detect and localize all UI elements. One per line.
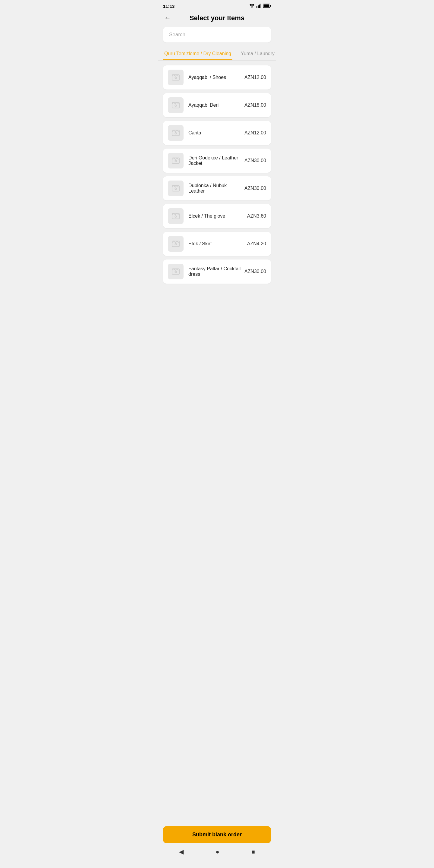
- svg-rect-3: [259, 4, 260, 8]
- svg-point-19: [175, 216, 176, 217]
- signal-icon: [256, 4, 261, 9]
- search-input[interactable]: [163, 27, 271, 42]
- item-thumbnail-4: [168, 181, 184, 196]
- list-item[interactable]: Etek / Skirt AZN4.20: [163, 232, 271, 256]
- nav-recents-button[interactable]: ■: [245, 846, 261, 857]
- status-time: 11:13: [163, 4, 175, 9]
- item-thumbnail-3: [168, 153, 184, 168]
- item-name-2: Canta: [188, 130, 242, 135]
- svg-point-13: [175, 133, 176, 134]
- tab-dry-cleaning[interactable]: Quru Temizleme / Dry Cleaning: [163, 47, 232, 60]
- list-item[interactable]: Fantasy Paltar / Cocktail dress AZN30.00: [163, 259, 271, 284]
- back-button[interactable]: ←: [163, 13, 172, 23]
- item-thumbnail-1: [168, 97, 184, 113]
- list-item[interactable]: Dublonka / Nubuk Leather AZN30.00: [163, 176, 271, 200]
- item-name-1: Ayaqqabi Deri: [188, 102, 242, 108]
- item-price-2: AZN12.00: [244, 130, 266, 135]
- svg-point-11: [175, 105, 176, 106]
- item-name-5: Elcek / The glove: [188, 213, 245, 219]
- submit-blank-order-button[interactable]: Submit blank order: [163, 826, 271, 843]
- item-name-6: Etek / Skirt: [188, 241, 245, 247]
- status-bar: 11:13: [158, 0, 276, 11]
- list-item[interactable]: Deri Godekce / Leather Jacket AZN30.00: [163, 149, 271, 173]
- back-arrow-icon: ←: [164, 14, 171, 22]
- item-price-5: AZN3.60: [247, 213, 266, 219]
- svg-rect-1: [256, 6, 257, 8]
- item-name-4: Dublonka / Nubuk Leather: [188, 183, 242, 194]
- item-thumbnail-6: [168, 236, 184, 252]
- item-name-3: Deri Godekce / Leather Jacket: [188, 155, 242, 166]
- svg-point-23: [175, 271, 176, 273]
- list-item[interactable]: Ayaqqabi / Shoes AZN12.00: [163, 65, 271, 90]
- list-item[interactable]: Elcek / The glove AZN3.60: [163, 204, 271, 228]
- svg-point-9: [175, 77, 176, 79]
- svg-rect-2: [258, 5, 259, 8]
- svg-point-15: [175, 160, 176, 162]
- item-price-4: AZN30.00: [244, 186, 266, 191]
- tabs-container: Quru Temizleme / Dry Cleaning Yuma / Lau…: [158, 47, 276, 61]
- item-thumbnail-2: [168, 125, 184, 141]
- item-price-3: AZN30.00: [244, 158, 266, 163]
- header: ← Select your Items: [158, 11, 276, 27]
- bottom-bar: Submit blank order ◀ ● ■: [158, 823, 276, 868]
- wifi-icon: [249, 4, 255, 9]
- item-price-6: AZN4.20: [247, 241, 266, 247]
- nav-home-button[interactable]: ●: [210, 846, 225, 857]
- svg-point-0: [252, 7, 253, 8]
- list-item[interactable]: Ayaqqabi Deri AZN18.00: [163, 93, 271, 117]
- search-container: [158, 27, 276, 47]
- list-item[interactable]: Canta AZN12.00: [163, 121, 271, 145]
- svg-point-17: [175, 188, 176, 190]
- page-title: Select your Items: [190, 14, 244, 22]
- nav-back-button[interactable]: ◀: [173, 846, 190, 857]
- item-name-7: Fantasy Paltar / Cocktail dress: [188, 266, 242, 277]
- svg-rect-4: [261, 4, 261, 8]
- status-icons: [249, 4, 271, 9]
- item-thumbnail-0: [168, 70, 184, 85]
- item-price-1: AZN18.00: [244, 102, 266, 108]
- svg-rect-6: [270, 5, 271, 7]
- item-thumbnail-5: [168, 208, 184, 224]
- nav-bar: ◀ ● ■: [163, 843, 271, 863]
- battery-icon: [263, 4, 271, 9]
- item-name-0: Ayaqqabi / Shoes: [188, 75, 242, 80]
- items-list: Ayaqqabi / Shoes AZN12.00 Ayaqqabi Deri …: [158, 61, 276, 863]
- svg-rect-7: [264, 4, 270, 7]
- tab-laundry[interactable]: Yuma / Laundry: [240, 47, 276, 60]
- item-thumbnail-7: [168, 264, 184, 279]
- item-price-0: AZN12.00: [244, 75, 266, 80]
- svg-point-21: [175, 244, 176, 245]
- item-price-7: AZN30.00: [244, 269, 266, 274]
